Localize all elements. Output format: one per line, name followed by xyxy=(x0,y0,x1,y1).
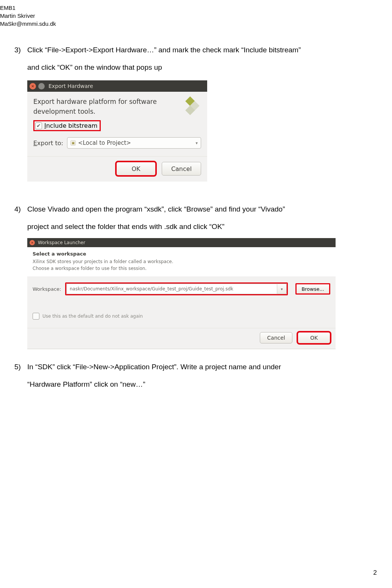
cancel-button[interactable]: Cancel xyxy=(260,332,292,343)
workspace-path-dropdown[interactable]: ▾ xyxy=(277,284,287,294)
ok-button[interactable]: OK xyxy=(298,332,330,343)
include-bitstream-highlight: ✔ Include bitstream xyxy=(33,120,101,131)
export-to-value: <Local to Project> xyxy=(78,140,131,146)
minimize-icon[interactable] xyxy=(38,83,45,89)
workspace-launcher-dialog: ✕ Workspace Launcher Select a workspace … xyxy=(27,238,336,349)
use-default-checkbox[interactable] xyxy=(33,313,39,320)
export-to-combobox[interactable]: ▣ <Local to Project> ▾ xyxy=(67,137,201,149)
workspace-subtext-1: Xilinx SDK stores your projects in a fol… xyxy=(33,258,330,265)
export-hardware-dialog: ✕ Export Hardware Export hardware platfo… xyxy=(27,79,207,182)
step-3: 3) Click “File->Export->Export Hardware…… xyxy=(14,41,362,182)
step-4-text-a: Close Vivado and open the program “xsdk”… xyxy=(27,201,362,218)
step-4: 4) Close Vivado and open the program “xs… xyxy=(14,201,362,349)
chevron-down-icon: ▾ xyxy=(281,287,283,291)
header-line-2: Martin Skriver xyxy=(0,12,362,20)
workspace-subtext-2: Choose a workspace folder to use for thi… xyxy=(33,265,330,272)
header-line-3: MaSkr@mmmi.sdu.dk xyxy=(0,20,362,28)
include-bitstream-label: Include bitstream xyxy=(44,122,97,129)
dialog-title-text: Workspace Launcher xyxy=(38,240,85,245)
step-5: 5) In “SDK” click “File->New->Applicatio… xyxy=(14,358,362,393)
step-3-text-a: Click “File->Export->Export Hardware…” a… xyxy=(27,41,362,59)
cancel-button[interactable]: Cancel xyxy=(162,162,201,176)
use-default-label: Use this as the default and do not ask a… xyxy=(42,314,143,319)
dialog-titlebar: ✕ Workspace Launcher xyxy=(27,238,336,247)
step-3-number: 3) xyxy=(14,41,27,59)
workspace-path-highlight: ▾ xyxy=(65,282,288,295)
page-number: 2 xyxy=(373,569,377,577)
include-bitstream-checkbox[interactable]: ✔ xyxy=(35,122,42,129)
step-5-number: 5) xyxy=(14,358,27,376)
step-5-text-b: “Hardware Platform” click on “new…” xyxy=(27,376,362,393)
dialog-description: Export hardware platform for software de… xyxy=(33,97,180,116)
xilinx-logo-icon xyxy=(184,97,201,114)
close-icon[interactable]: ✕ xyxy=(30,83,36,89)
workspace-path-input[interactable] xyxy=(66,284,277,294)
ok-button[interactable]: OK xyxy=(116,162,156,176)
workspace-label: Workspace: xyxy=(33,286,62,292)
step-4-number: 4) xyxy=(14,201,27,218)
header-line-1: EMB1 xyxy=(0,4,362,12)
folder-icon: ▣ xyxy=(70,140,76,146)
dialog-title-text: Export Hardware xyxy=(48,83,93,89)
step-5-text-a: In “SDK” click “File->New->Application P… xyxy=(27,358,362,376)
step-4-text-b: project and select the folder that ends … xyxy=(27,218,362,235)
doc-header: EMB1 Martin Skriver MaSkr@mmmi.sdu.dk xyxy=(0,4,362,28)
chevron-down-icon: ▾ xyxy=(195,141,198,146)
step-3-text-b: and click “OK” on the window that pops u… xyxy=(27,59,362,76)
select-workspace-heading: Select a workspace xyxy=(33,251,330,257)
close-icon[interactable]: ✕ xyxy=(30,240,35,245)
export-to-label: Export to: xyxy=(33,140,63,147)
browse-button[interactable]: Browse... xyxy=(295,283,330,295)
dialog-titlebar: ✕ Export Hardware xyxy=(27,80,207,92)
